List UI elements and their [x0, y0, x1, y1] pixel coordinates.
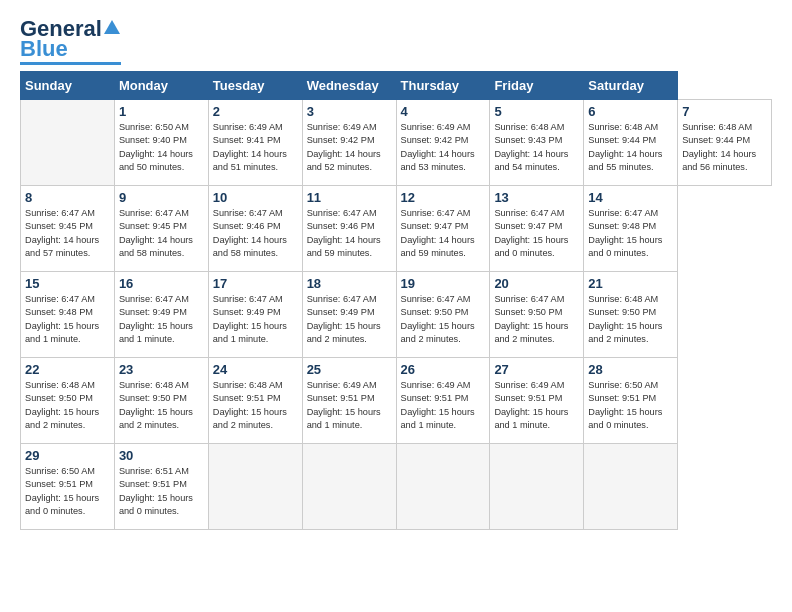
day-number: 22 — [25, 362, 110, 377]
calendar-cell: 29Sunrise: 6:50 AM Sunset: 9:51 PM Dayli… — [21, 444, 115, 530]
page-header: General Blue — [20, 18, 772, 65]
calendar-cell: 19Sunrise: 6:47 AM Sunset: 9:50 PM Dayli… — [396, 272, 490, 358]
day-number: 12 — [401, 190, 486, 205]
calendar-week-row: 29Sunrise: 6:50 AM Sunset: 9:51 PM Dayli… — [21, 444, 772, 530]
calendar-cell: 25Sunrise: 6:49 AM Sunset: 9:51 PM Dayli… — [302, 358, 396, 444]
calendar-cell: 18Sunrise: 6:47 AM Sunset: 9:49 PM Dayli… — [302, 272, 396, 358]
cell-text: Sunrise: 6:47 AM Sunset: 9:47 PM Dayligh… — [401, 207, 486, 260]
day-number: 27 — [494, 362, 579, 377]
calendar-cell: 23Sunrise: 6:48 AM Sunset: 9:50 PM Dayli… — [114, 358, 208, 444]
cell-text: Sunrise: 6:47 AM Sunset: 9:50 PM Dayligh… — [401, 293, 486, 346]
cell-text: Sunrise: 6:47 AM Sunset: 9:46 PM Dayligh… — [307, 207, 392, 260]
cell-text: Sunrise: 6:47 AM Sunset: 9:46 PM Dayligh… — [213, 207, 298, 260]
calendar-cell: 22Sunrise: 6:48 AM Sunset: 9:50 PM Dayli… — [21, 358, 115, 444]
cell-text: Sunrise: 6:49 AM Sunset: 9:51 PM Dayligh… — [307, 379, 392, 432]
day-number: 20 — [494, 276, 579, 291]
cell-text: Sunrise: 6:48 AM Sunset: 9:43 PM Dayligh… — [494, 121, 579, 174]
header-friday: Friday — [490, 72, 584, 100]
cell-text: Sunrise: 6:51 AM Sunset: 9:51 PM Dayligh… — [119, 465, 204, 518]
calendar-cell: 30Sunrise: 6:51 AM Sunset: 9:51 PM Dayli… — [114, 444, 208, 530]
cell-text: Sunrise: 6:47 AM Sunset: 9:48 PM Dayligh… — [588, 207, 673, 260]
calendar-cell: 9Sunrise: 6:47 AM Sunset: 9:45 PM Daylig… — [114, 186, 208, 272]
calendar-cell: 24Sunrise: 6:48 AM Sunset: 9:51 PM Dayli… — [208, 358, 302, 444]
day-number: 18 — [307, 276, 392, 291]
cell-text: Sunrise: 6:50 AM Sunset: 9:51 PM Dayligh… — [588, 379, 673, 432]
cell-text: Sunrise: 6:49 AM Sunset: 9:51 PM Dayligh… — [494, 379, 579, 432]
cell-text: Sunrise: 6:49 AM Sunset: 9:42 PM Dayligh… — [307, 121, 392, 174]
calendar-week-row: 1Sunrise: 6:50 AM Sunset: 9:40 PM Daylig… — [21, 100, 772, 186]
day-number: 9 — [119, 190, 204, 205]
calendar-cell: 4Sunrise: 6:49 AM Sunset: 9:42 PM Daylig… — [396, 100, 490, 186]
calendar-week-row: 15Sunrise: 6:47 AM Sunset: 9:48 PM Dayli… — [21, 272, 772, 358]
cell-text: Sunrise: 6:47 AM Sunset: 9:45 PM Dayligh… — [119, 207, 204, 260]
cell-text: Sunrise: 6:48 AM Sunset: 9:51 PM Dayligh… — [213, 379, 298, 432]
calendar-cell: 14Sunrise: 6:47 AM Sunset: 9:48 PM Dayli… — [584, 186, 678, 272]
cell-text: Sunrise: 6:48 AM Sunset: 9:50 PM Dayligh… — [588, 293, 673, 346]
calendar-cell: 6Sunrise: 6:48 AM Sunset: 9:44 PM Daylig… — [584, 100, 678, 186]
day-number: 8 — [25, 190, 110, 205]
cell-text: Sunrise: 6:49 AM Sunset: 9:51 PM Dayligh… — [401, 379, 486, 432]
cell-text: Sunrise: 6:47 AM Sunset: 9:50 PM Dayligh… — [494, 293, 579, 346]
calendar-cell: 1Sunrise: 6:50 AM Sunset: 9:40 PM Daylig… — [114, 100, 208, 186]
day-number: 1 — [119, 104, 204, 119]
cell-text: Sunrise: 6:47 AM Sunset: 9:49 PM Dayligh… — [213, 293, 298, 346]
day-number: 17 — [213, 276, 298, 291]
header-tuesday: Tuesday — [208, 72, 302, 100]
header-thursday: Thursday — [396, 72, 490, 100]
calendar-cell: 10Sunrise: 6:47 AM Sunset: 9:46 PM Dayli… — [208, 186, 302, 272]
day-number: 29 — [25, 448, 110, 463]
cell-text: Sunrise: 6:48 AM Sunset: 9:44 PM Dayligh… — [588, 121, 673, 174]
calendar-week-row: 22Sunrise: 6:48 AM Sunset: 9:50 PM Dayli… — [21, 358, 772, 444]
day-number: 10 — [213, 190, 298, 205]
cell-text: Sunrise: 6:47 AM Sunset: 9:47 PM Dayligh… — [494, 207, 579, 260]
calendar-cell-empty — [396, 444, 490, 530]
calendar-table: SundayMondayTuesdayWednesdayThursdayFrid… — [20, 71, 772, 530]
cell-text: Sunrise: 6:50 AM Sunset: 9:51 PM Dayligh… — [25, 465, 110, 518]
header-saturday: Saturday — [584, 72, 678, 100]
calendar-cell: 7Sunrise: 6:48 AM Sunset: 9:44 PM Daylig… — [678, 100, 772, 186]
calendar-cell: 16Sunrise: 6:47 AM Sunset: 9:49 PM Dayli… — [114, 272, 208, 358]
calendar-cell: 12Sunrise: 6:47 AM Sunset: 9:47 PM Dayli… — [396, 186, 490, 272]
cell-text: Sunrise: 6:47 AM Sunset: 9:49 PM Dayligh… — [307, 293, 392, 346]
header-sunday: Sunday — [21, 72, 115, 100]
calendar-cell-empty — [208, 444, 302, 530]
calendar-cell: 5Sunrise: 6:48 AM Sunset: 9:43 PM Daylig… — [490, 100, 584, 186]
calendar-cell: 17Sunrise: 6:47 AM Sunset: 9:49 PM Dayli… — [208, 272, 302, 358]
day-number: 13 — [494, 190, 579, 205]
calendar-cell-empty — [490, 444, 584, 530]
calendar-cell: 15Sunrise: 6:47 AM Sunset: 9:48 PM Dayli… — [21, 272, 115, 358]
header-monday: Monday — [114, 72, 208, 100]
day-number: 24 — [213, 362, 298, 377]
calendar-cell-empty — [584, 444, 678, 530]
cell-text: Sunrise: 6:50 AM Sunset: 9:40 PM Dayligh… — [119, 121, 204, 174]
cell-text: Sunrise: 6:48 AM Sunset: 9:44 PM Dayligh… — [682, 121, 767, 174]
day-number: 5 — [494, 104, 579, 119]
day-number: 30 — [119, 448, 204, 463]
header-wednesday: Wednesday — [302, 72, 396, 100]
logo-text-blue: Blue — [20, 38, 68, 60]
calendar-cell: 8Sunrise: 6:47 AM Sunset: 9:45 PM Daylig… — [21, 186, 115, 272]
calendar-cell: 28Sunrise: 6:50 AM Sunset: 9:51 PM Dayli… — [584, 358, 678, 444]
calendar-header-row: SundayMondayTuesdayWednesdayThursdayFrid… — [21, 72, 772, 100]
cell-text: Sunrise: 6:48 AM Sunset: 9:50 PM Dayligh… — [25, 379, 110, 432]
logo-icon — [103, 18, 121, 36]
day-number: 14 — [588, 190, 673, 205]
day-number: 26 — [401, 362, 486, 377]
calendar-week-row: 8Sunrise: 6:47 AM Sunset: 9:45 PM Daylig… — [21, 186, 772, 272]
day-number: 23 — [119, 362, 204, 377]
calendar-cell: 2Sunrise: 6:49 AM Sunset: 9:41 PM Daylig… — [208, 100, 302, 186]
day-number: 16 — [119, 276, 204, 291]
day-number: 11 — [307, 190, 392, 205]
calendar-cell: 20Sunrise: 6:47 AM Sunset: 9:50 PM Dayli… — [490, 272, 584, 358]
day-number: 7 — [682, 104, 767, 119]
calendar-cell: 26Sunrise: 6:49 AM Sunset: 9:51 PM Dayli… — [396, 358, 490, 444]
day-number: 4 — [401, 104, 486, 119]
calendar-cell: 13Sunrise: 6:47 AM Sunset: 9:47 PM Dayli… — [490, 186, 584, 272]
cell-text: Sunrise: 6:48 AM Sunset: 9:50 PM Dayligh… — [119, 379, 204, 432]
logo: General Blue — [20, 18, 121, 65]
day-number: 15 — [25, 276, 110, 291]
day-number: 25 — [307, 362, 392, 377]
day-number: 2 — [213, 104, 298, 119]
calendar-cell: 27Sunrise: 6:49 AM Sunset: 9:51 PM Dayli… — [490, 358, 584, 444]
day-number: 3 — [307, 104, 392, 119]
